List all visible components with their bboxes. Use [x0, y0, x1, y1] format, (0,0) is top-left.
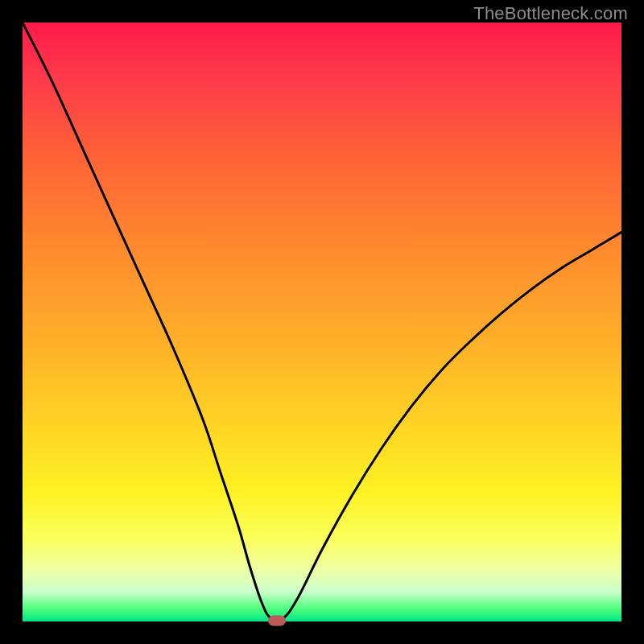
watermark-text: TheBottleneck.com — [473, 3, 628, 24]
curve-svg — [23, 23, 621, 621]
bottleneck-curve — [23, 23, 621, 621]
chart-frame: TheBottleneck.com — [0, 0, 644, 644]
plot-area — [23, 23, 621, 621]
optimal-marker — [268, 615, 286, 625]
